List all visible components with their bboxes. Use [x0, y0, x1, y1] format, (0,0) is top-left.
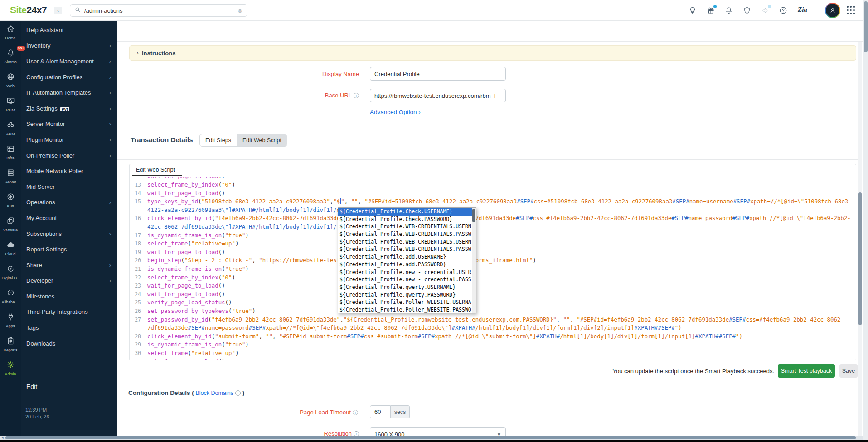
sidebar-item-help-assistant[interactable]: Help Assistant	[21, 22, 117, 38]
sidebar-item-downloads[interactable]: Downloads	[21, 336, 117, 351]
sidebar-item-tags[interactable]: Tags	[21, 320, 117, 336]
instructions-accordion[interactable]: › Instructions	[129, 45, 856, 61]
rail-item-k8s[interactable]: K8s	[0, 192, 21, 214]
autocomplete-option[interactable]: ${Credential_Profile.WEB-CREDENTIALS.USE…	[338, 238, 472, 246]
rail-item-alarms[interactable]: 99+Alarms	[0, 48, 21, 70]
page-load-timeout-unit: secs	[391, 405, 410, 418]
sidebar-item-it-automation-templates[interactable]: IT Automation Templates›	[21, 85, 117, 101]
info-icon[interactable]: i	[235, 390, 241, 396]
gift-icon[interactable]	[707, 6, 716, 15]
code-line-30: 30select_frame("relative=up")	[130, 349, 852, 358]
rail-item-server[interactable]: Server	[0, 168, 21, 190]
sidebar-item-inventory[interactable]: Inventory›	[21, 38, 117, 54]
clear-search-icon[interactable]: ⊗	[238, 7, 242, 14]
scroll-left-arrow-icon[interactable]: ◄	[0, 436, 5, 440]
site24x7-logo[interactable]: Site24x7	[10, 5, 47, 15]
autocomplete-option[interactable]: ${Credential_Profile.qwerty.USERNAME}	[338, 283, 472, 291]
rail-item-admin[interactable]: Admin	[0, 360, 21, 382]
autocomplete-option[interactable]: ${Credential_Profile.new - credential.PA…	[338, 276, 472, 283]
sidebar-item-share[interactable]: Share›	[21, 257, 117, 273]
autocomplete-option[interactable]: ${Credential_Profile.qwerty.PASSWORD}	[338, 291, 472, 299]
window-scrollbar[interactable]	[863, 0, 868, 442]
sidebar-item-on-premise-poller[interactable]: On-Premise Poller›	[21, 148, 117, 163]
lightbulb-icon[interactable]	[689, 6, 698, 15]
horizontal-scrollbar[interactable]: ◄	[0, 436, 863, 440]
sidebar-item-mobile-network-poller[interactable]: Mobile Network Poller	[21, 163, 117, 179]
window-scrollbar-thumb[interactable]	[864, 1, 868, 52]
sidebar-item-operations[interactable]: Operations›	[21, 195, 117, 211]
dropdown-scrollbar-thumb[interactable]	[472, 209, 475, 222]
code-editor[interactable]: wait_for_page_to_load()13select_frame_by…	[130, 177, 852, 360]
rail-item-home[interactable]: Home	[0, 24, 21, 46]
content-scrollbar[interactable]	[858, 42, 862, 436]
zia-logo[interactable]: Zia	[798, 6, 807, 14]
sidebar-item-plugin-monitor[interactable]: Plugin Monitor›	[21, 132, 117, 148]
sidebar-item-edit[interactable]: Edit	[26, 383, 37, 390]
time-label: 12:39 PM	[25, 407, 49, 413]
tab-edit-web-script[interactable]: Edit Web Script	[237, 134, 287, 146]
sidebar-menu-list: Help AssistantInventory›User & Alert Man…	[21, 22, 117, 351]
megaphone-icon[interactable]	[761, 6, 770, 15]
chevron-right-icon: ›	[109, 120, 111, 127]
editor-tab-label[interactable]: Edit Web Script	[136, 167, 175, 176]
dropdown-scrollbar[interactable]	[472, 208, 476, 313]
advanced-option-link[interactable]: Advanced Option ›	[370, 109, 421, 115]
base-url-input[interactable]: https://rbmwebsite-test.enduserexp.com/r…	[370, 89, 506, 102]
sidebar-item-server-monitor[interactable]: Server Monitor›	[21, 116, 117, 132]
autocomplete-option[interactable]: ${Credential_Profile.WEB-CREDENTIALS.PAS…	[338, 245, 472, 253]
sidebar-item-third-party-integrations[interactable]: Third-Party Integrations	[21, 304, 117, 320]
sidebar-item-my-account[interactable]: My Account	[21, 210, 117, 226]
editor-tab-row	[130, 164, 856, 177]
shield-icon[interactable]	[743, 6, 752, 15]
autocomplete-option[interactable]: ${Credential_Profile.Check.PASSWORD}	[338, 216, 472, 223]
sidebar-item-user-alert-management[interactable]: User & Alert Management›	[21, 53, 117, 69]
autocomplete-option[interactable]: ${Credential_Profile.Poller_WEBSITE.USER…	[338, 298, 472, 306]
info-icon[interactable]: i	[354, 93, 359, 98]
rail-item-infra[interactable]: Infra	[0, 144, 21, 166]
rail-item-alibaba-[interactable]: Alibaba ...	[0, 288, 21, 310]
rail-item-cloud[interactable]: Cloud	[0, 240, 21, 262]
gear-icon	[6, 360, 15, 371]
sidebar-item-subscriptions[interactable]: Subscriptions›	[21, 226, 117, 242]
logo-collapse-icon[interactable]: ‹	[54, 7, 62, 14]
bell-icon[interactable]	[725, 6, 734, 15]
rail-item-vmware[interactable]: VMware	[0, 216, 21, 238]
rail-item-digital-o-[interactable]: Digital O..	[0, 264, 21, 286]
autocomplete-option[interactable]: ${Credential_Profile.WEB-CREDENTIALS.PAS…	[338, 231, 472, 238]
autocomplete-option[interactable]: ${Credential_Profile.add.PASSWORD}	[338, 261, 472, 269]
rail-item-apps[interactable]: Apps	[0, 312, 21, 334]
display-name-input[interactable]: Credential Profile	[370, 67, 506, 81]
sidebar-item-configuration-profiles[interactable]: Configuration Profiles›	[21, 69, 117, 85]
rail-item-reports[interactable]: Reports	[0, 336, 21, 358]
block-domains-link[interactable]: Block Domains	[196, 390, 233, 396]
sidebar-item-milestones[interactable]: Milestones	[21, 288, 117, 304]
horizontal-scrollbar-thumb[interactable]	[5, 436, 856, 439]
autocomplete-list: ${Credential_Profile.Check.USERNAME}${Cr…	[338, 208, 472, 313]
plug-icon	[6, 312, 15, 323]
save-script-button[interactable]: Save	[839, 364, 858, 378]
code-line-14: 14wait_for_page_to_load()	[130, 189, 852, 198]
rail-item-web[interactable]: Web	[0, 72, 21, 94]
avatar[interactable]	[825, 3, 840, 18]
sidebar-item-mid-server[interactable]: Mid Server	[21, 179, 117, 195]
globe-icon	[6, 72, 15, 83]
autocomplete-option[interactable]: ${Credential_Profile.add.USERNAME}	[338, 253, 472, 261]
help-icon[interactable]	[779, 6, 788, 15]
smart-test-playback-button[interactable]: Smart Test playback	[778, 364, 835, 378]
autocomplete-option[interactable]: ${Credential_Profile.new - credential.US…	[338, 269, 472, 276]
tab-edit-steps[interactable]: Edit Steps	[200, 134, 237, 146]
global-search-input[interactable]: /admin-actions ⊗	[70, 4, 247, 17]
info-icon[interactable]: i	[353, 410, 358, 415]
sidebar-item-developer[interactable]: Developer›	[21, 273, 117, 289]
page-load-timeout-input[interactable]: 60	[370, 405, 391, 418]
autocomplete-option[interactable]: ${Credential_Profile.WEB-CREDENTIALS.USE…	[338, 223, 472, 231]
apps-grid-icon[interactable]	[847, 6, 856, 15]
autocomplete-option[interactable]: ${Credential_Profile.Poller_WEBSITE.PASS…	[338, 306, 472, 313]
sidebar-item-zia-settings[interactable]: Zia SettingsPvt›	[21, 101, 117, 116]
content-scrollbar-thumb[interactable]	[858, 192, 862, 325]
sidebar-item-report-settings[interactable]: Report Settings	[21, 241, 117, 257]
autocomplete-option[interactable]: ${Credential_Profile.Check.USERNAME}	[338, 208, 472, 216]
chevron-right-icon: ›	[109, 105, 111, 112]
rail-item-apm[interactable]: APM	[0, 120, 21, 142]
rail-item-rum[interactable]: RUM	[0, 96, 21, 118]
